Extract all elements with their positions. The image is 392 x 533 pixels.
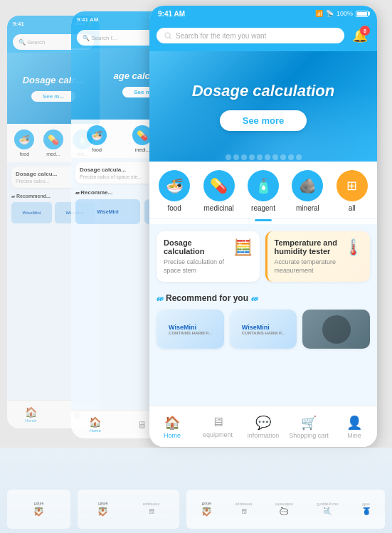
category-mineral[interactable]: 🪨 mineral [285,170,329,212]
all-icon: ⊞ [337,170,368,201]
see-more-button[interactable]: See more [220,110,307,131]
flipped-main-home: 🏠 Home [201,502,212,517]
wave-right-icon: 𝓌 [251,292,258,304]
flipped-content: 🏠 Home 🏠 Home 🖥 equipment 🏠 Home 🖥 equip… [0,448,392,533]
nav-information[interactable]: 💬 information [240,415,286,439]
pill-3 [241,154,247,160]
hero-title: Dosage calculation [192,82,335,100]
nav-equipment[interactable]: 🖥 equipment [195,415,240,438]
flipped-main-eq-icon: 🖥 [240,508,248,516]
categories-row: 🍜 food 💊 medicinal 🧴 reagent 🪨 mineral ⊞… [149,162,377,218]
flipped-main-info: 💬 information [275,503,293,516]
flipped-main-info-label: information [275,503,293,507]
active-tab-indicator [255,219,272,221]
bottom-navigation: 🏠 Home 🖥 equipment 💬 information 🛒 Shopp… [149,406,377,447]
notification-badge: 8 [360,26,370,36]
dosage-card-title: Dosage calculation [164,238,233,255]
ghost-mid-search-text: 🔍 Search f... [83,35,117,41]
status-bar: 9:41 AM 📶 📡 100% [149,6,377,21]
ghost-left-search-text: 🔍 Search [18,39,46,46]
category-reagent[interactable]: 🧴 reagent [241,170,285,212]
equipment-icon: 🖥 [211,415,224,430]
flipped-nav-2-eq: 🖥 equipment [143,503,159,516]
pill-6 [265,154,270,160]
product-card-2[interactable]: WiseMini CONTAINS HARM P... [230,310,297,349]
recommend-label: Recommend for you [166,293,248,303]
reagent-label: reagent [251,204,275,212]
ghost-mid-product-1: WiseMini [75,199,140,224]
search-input-container[interactable]: Search for the item you want [157,28,344,43]
ghost-left-med-icon: 💊 [43,130,63,149]
ghost-left-food-label: food [20,152,30,157]
temperature-card-desc: Accurate temperature measurement [275,258,344,275]
information-label: information [248,432,280,439]
ghost-left-product-1: WiseMini [11,202,52,223]
flipped-home-icon-1: 🏠 [33,507,44,517]
flipped-main-cart-label: Shopping cart [317,503,339,507]
home-icon: 🏠 [164,415,180,431]
cards-row: Dosage calculation Precise calculation o… [149,224,377,286]
pill-10 [296,154,302,160]
flipped-home-label-1: Home [34,502,43,506]
ghost-mid-food-icon: 🍜 [87,125,107,145]
mine-label: Mine [347,432,361,439]
nav-mine[interactable]: 👤 Mine [332,415,377,439]
ghost-left-cat-med: 💊 med... [43,130,63,157]
flipped-equipment-label-2: equipment [143,503,159,507]
search-bar-row: Search for the item you want 🔔 8 [149,21,377,51]
dosage-card[interactable]: Dosage calculation Precise calculation o… [157,231,260,282]
thermometer-icon: 🌡️ [344,238,363,257]
battery-fill [357,12,367,16]
search-placeholder: Search for the item you want [176,32,266,40]
flipped-main-home-icon: 🏠 [201,507,212,517]
product-logo-2: WiseMini CONTAINS HARM P... [230,310,297,349]
medicinal-icon: 💊 [203,170,235,201]
ghost-left-home-icon: 🏠 [25,406,37,418]
ghost-mid-nav-eq: 🖥 [137,419,147,431]
ghost-mid-food-label: food [92,147,102,152]
flipped-main-mine: 👤 Mine [362,503,371,516]
product-logo-1: WiseMini CONTAINS HARM P... [157,310,224,349]
flipped-main-cart-icon: 🛒 [323,508,332,516]
ghost-mid-equipment-icon: 🖥 [137,419,147,431]
phone-reflection-area: 🏠 Home 🏠 Home 🖥 equipment 🏠 Home 🖥 equip… [0,448,392,533]
product-dark-image [322,315,351,344]
flipped-home-icon-2: 🏠 [97,507,108,517]
ghost-mid-home-label: Home [90,428,101,433]
temperature-card-title: Temperature and humidity tester [275,238,344,255]
status-icons: 📶 📡 100% [315,10,369,17]
pill-4 [249,154,255,160]
reagent-icon: 🧴 [248,170,279,201]
flipped-main-home-label: Home [202,502,211,506]
nav-shopping-cart[interactable]: 🛒 Shopping cart [286,415,332,439]
nav-home[interactable]: 🏠 Home [149,415,195,439]
wave-left-icon: 𝓌 [157,292,163,304]
all-label: all [349,204,356,212]
medicinal-label: medicinal [203,204,233,212]
flipped-main-mine-label: Mine [362,503,370,507]
category-food[interactable]: 🍜 food [152,170,196,212]
ghost-mid-cat-food: 🍜 food [87,125,107,152]
tab-indicator-row [149,219,377,224]
shopping-cart-icon: 🛒 [301,415,317,431]
product-card-1[interactable]: WiseMini CONTAINS HARM P... [157,310,224,349]
product-card-3[interactable] [302,310,370,349]
product-logo-3 [302,310,370,349]
flipped-nav-2-home: 🏠 Home [97,502,108,517]
ghost-mid-time: 9:41 AM [77,16,98,23]
signal-icon: 📶 [315,10,323,17]
temperature-card[interactable]: Temperature and humidity tester Accurate… [265,231,371,282]
ghost-left-food-icon: 🍜 [14,130,34,149]
flipped-main-mine-icon: 👤 [362,508,371,516]
ghost-left-home-label: Home [25,418,36,423]
wisemini-brand-1: WiseMini [169,324,211,331]
flipped-nav-main: 🏠 Home 🖥 equipment 💬 information 🛒 Shopp… [186,490,385,529]
equipment-label: equipment [203,431,233,438]
product-row: WiseMini CONTAINS HARM P... WiseMini CON… [149,307,377,356]
svg-line-1 [169,37,171,38]
notification-bell[interactable]: 🔔 8 [350,26,370,46]
category-all[interactable]: ⊞ all [330,170,374,212]
category-medicinal[interactable]: 💊 medicinal [196,170,240,212]
information-icon: 💬 [255,415,271,431]
pill-5 [257,154,263,160]
